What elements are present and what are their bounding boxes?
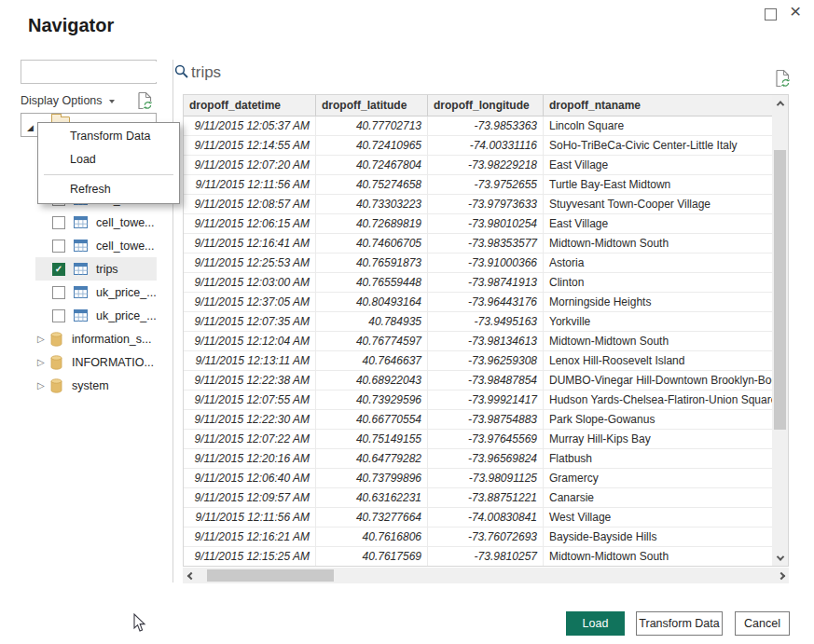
menu-item-refresh[interactable]: Refresh <box>38 178 179 201</box>
tree-item-information-s[interactable]: ▷information_s... <box>35 327 157 350</box>
table-cell: -73.98010254 <box>428 214 544 233</box>
vertical-scrollbar-thumb[interactable] <box>774 150 786 430</box>
table-row: 9/11/2015 12:03:00 AM40.76559448-73.9874… <box>184 273 788 293</box>
table-cell: 40.7617569 <box>316 547 428 566</box>
table-icon <box>74 309 88 322</box>
table-cell: Hudson Yards-Chelsea-Flatiron-Union Squa… <box>544 391 788 409</box>
table-cell: Astoria <box>544 253 788 272</box>
search-input[interactable] <box>21 62 173 82</box>
table-cell: 9/11/2015 12:06:15 AM <box>184 214 316 233</box>
table-cell: -73.9853363 <box>428 116 544 135</box>
menu-item-load[interactable]: Load <box>38 148 179 171</box>
display-options-dropdown[interactable]: Display Options <box>21 94 115 107</box>
load-button[interactable]: Load <box>566 611 625 636</box>
table-row: 9/11/2015 12:07:20 AM40.72467804-73.9822… <box>184 156 788 175</box>
expand-chevron-icon[interactable]: ▷ <box>37 357 48 367</box>
table-cell: 40.73303223 <box>316 195 428 213</box>
table-row: 9/11/2015 12:37:05 AM40.80493164-73.9644… <box>184 293 788 312</box>
tree-item-label: uk_price_... <box>96 286 157 299</box>
scroll-up-button[interactable] <box>772 95 788 111</box>
table-cell: Canarsie <box>544 488 788 507</box>
table-cell: 9/11/2015 12:11:56 AM <box>184 508 316 527</box>
display-options-label: Display Options <box>21 94 103 107</box>
cancel-button[interactable]: Cancel <box>735 611 790 636</box>
table-cell: -73.88751221 <box>428 488 544 507</box>
database-icon <box>50 332 62 347</box>
table-cell: 9/11/2015 12:03:00 AM <box>184 273 316 292</box>
maximize-button[interactable] <box>765 8 777 21</box>
table-cell: 9/11/2015 12:22:30 AM <box>184 410 316 429</box>
table-cell: -73.9495163 <box>428 312 544 331</box>
scroll-right-button[interactable] <box>773 568 789 583</box>
table-icon <box>74 216 88 228</box>
table-cell: -73.98134613 <box>428 332 544 350</box>
table-cell: -73.9810257 <box>428 547 544 566</box>
column-header-dropoff_longitude: dropoff_longitude <box>428 95 544 116</box>
table-cell: 40.7646637 <box>316 351 428 370</box>
table-cell: 40.63162231 <box>316 488 428 507</box>
table-cell: -73.98741913 <box>428 273 544 292</box>
table-cell: 40.64779282 <box>316 449 428 468</box>
table-row: 9/11/2015 12:07:22 AM40.75149155-73.9764… <box>184 430 788 449</box>
context-menu: Transform DataLoadRefresh <box>37 122 180 204</box>
refresh-preview-icon[interactable] <box>137 91 153 110</box>
preview-title: trips <box>191 63 221 82</box>
vertical-scrollbar[interactable] <box>772 95 788 566</box>
table-cell: 9/11/2015 12:14:55 AM <box>184 136 316 155</box>
tree-item-trips[interactable]: ✓trips <box>35 257 157 281</box>
table-cell: Murray Hill-Kips Bay <box>544 430 788 448</box>
table-checkbox[interactable] <box>52 286 65 299</box>
menu-item-transform-data[interactable]: Transform Data <box>38 125 179 148</box>
table-cell: West Village <box>544 508 788 527</box>
table-row: 9/11/2015 12:05:37 AM40.77702713-73.9853… <box>184 116 788 136</box>
table-cell: Midtown-Midtown South <box>544 332 788 350</box>
table-row: 9/11/2015 12:08:57 AM40.73303223-73.9797… <box>184 195 788 214</box>
table-checkbox[interactable] <box>52 309 65 322</box>
search-box[interactable] <box>21 60 157 84</box>
tree-item-uk-price[interactable]: uk_price_... <box>35 281 157 304</box>
expand-chevron-icon[interactable]: ▷ <box>37 380 48 391</box>
table-checkbox[interactable] <box>52 216 65 229</box>
table-cell: 9/11/2015 12:08:57 AM <box>184 195 316 213</box>
horizontal-scrollbar[interactable] <box>183 568 789 583</box>
tree-item-cell-towe[interactable]: cell_towe... <box>35 234 157 257</box>
expand-chevron-icon[interactable]: ▷ <box>37 334 48 344</box>
column-header-dropoff_ntaname: dropoff_ntaname <box>544 95 788 116</box>
table-cell: 9/11/2015 12:37:05 AM <box>184 293 316 311</box>
tree-item-uk-price[interactable]: uk_price_... <box>35 304 157 327</box>
table-cell: Flatbush <box>544 449 788 468</box>
tree-item-cell-towe[interactable]: cell_towe... <box>35 211 157 234</box>
table-cell: -73.96443176 <box>428 293 544 311</box>
table-cell: 9/11/2015 12:05:37 AM <box>184 116 316 135</box>
transform-data-button[interactable]: Transform Data <box>636 611 723 636</box>
table-cell: 9/11/2015 12:09:57 AM <box>184 488 316 507</box>
table-cell: East Village <box>544 156 788 174</box>
table-row: 9/11/2015 12:06:40 AM40.73799896-73.9809… <box>184 469 788 488</box>
scroll-left-button[interactable] <box>183 568 199 583</box>
navigator-tree: cell_towe...cell_towe...cell_towe...✓tri… <box>35 187 157 397</box>
table-icon <box>74 240 88 252</box>
chevron-down-icon <box>109 100 115 103</box>
table-cell: Lenox Hill-Roosevelt Island <box>544 351 788 370</box>
tree-item-label: system <box>72 379 109 392</box>
table-cell: 9/11/2015 12:13:11 AM <box>184 351 316 370</box>
close-icon[interactable]: × <box>790 1 801 21</box>
refresh-preview-icon[interactable] <box>775 69 791 88</box>
table-checkbox[interactable] <box>52 240 65 253</box>
table-row: 9/11/2015 12:06:15 AM40.72689819-73.9801… <box>184 214 788 234</box>
table-row: 9/11/2015 12:16:21 AM40.7616806-73.76072… <box>184 528 788 547</box>
collapse-triangle-icon[interactable]: ◢ <box>27 124 34 132</box>
table-checkbox[interactable]: ✓ <box>52 263 65 276</box>
table-cell: 40.66770554 <box>316 410 428 429</box>
tree-item-informatio[interactable]: ▷INFORMATIO... <box>35 350 157 374</box>
tree-item-label: INFORMATIO... <box>72 356 154 369</box>
table-row: 9/11/2015 12:07:55 AM40.73929596-73.9992… <box>184 391 788 410</box>
scroll-down-button[interactable] <box>772 550 788 566</box>
table-cell: -73.99921417 <box>428 391 544 409</box>
table-cell: 9/11/2015 12:06:40 AM <box>184 469 316 487</box>
table-cell: 9/11/2015 12:15:25 AM <box>184 547 316 566</box>
column-header-dropoff_latitude: dropoff_latitude <box>316 95 428 116</box>
tree-item-system[interactable]: ▷system <box>35 374 157 397</box>
table-cell: -73.9752655 <box>428 175 544 194</box>
horizontal-scrollbar-thumb[interactable] <box>207 569 334 582</box>
